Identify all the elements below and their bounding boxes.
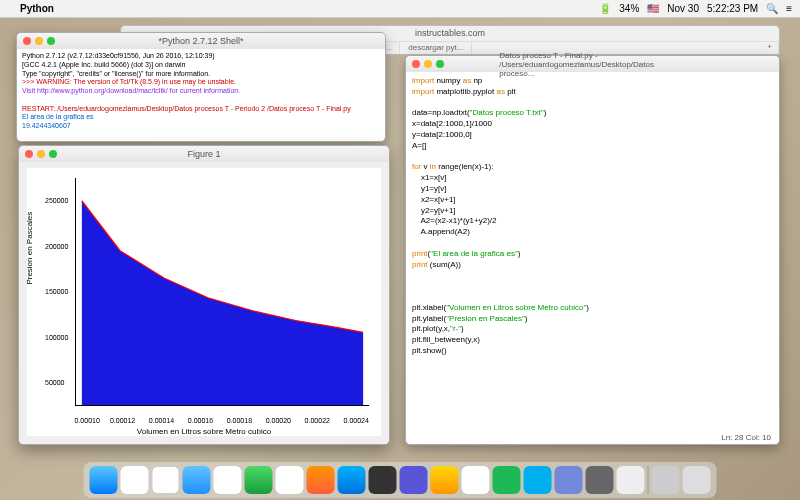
python-icon[interactable] (431, 466, 459, 494)
minimize-icon[interactable] (35, 37, 43, 45)
y-axis-label: Presion en Pascales (25, 212, 34, 285)
dock (84, 462, 717, 498)
trash-icon[interactable] (683, 466, 711, 494)
app-icon[interactable] (462, 466, 490, 494)
shell-output[interactable]: Python 2.7.12 (v2.7.12:d33e0cf91556, Jun… (17, 49, 385, 134)
time-label: 5:22:23 PM (707, 3, 758, 14)
close-icon[interactable] (412, 60, 420, 68)
safari-icon[interactable] (183, 466, 211, 494)
axes (75, 178, 369, 406)
editor-window: Datos proceso T - Final.py - /Users/edua… (405, 55, 780, 445)
new-tab-button[interactable]: + (761, 42, 779, 54)
app-icon[interactable] (121, 466, 149, 494)
finder-icon[interactable] (90, 466, 118, 494)
window-title: Figure 1 (187, 149, 220, 159)
date-label: Nov 30 (667, 3, 699, 14)
tab[interactable]: descargar pyt... (400, 42, 472, 54)
minimize-icon[interactable] (37, 150, 45, 158)
matplotlib-figure-window: Figure 1 Presion en Pascales Volumen en … (18, 145, 390, 445)
macos-menubar: Python 🔋 34% 🇺🇸 Nov 30 5:22:23 PM 🔍 ≡ (0, 0, 800, 18)
zoom-icon[interactable] (49, 150, 57, 158)
spotlight-icon[interactable]: 🔍 (766, 3, 778, 14)
app-icon[interactable] (400, 466, 428, 494)
close-icon[interactable] (25, 150, 33, 158)
zoom-icon[interactable] (436, 60, 444, 68)
app-icon[interactable] (555, 466, 583, 494)
skype-icon[interactable] (524, 466, 552, 494)
spotify-icon[interactable] (493, 466, 521, 494)
window-title: Datos proceso T - Final.py - /Users/edua… (499, 51, 686, 78)
messages-icon[interactable] (245, 466, 273, 494)
plot-canvas[interactable]: Presion en Pascales Volumen en Litros so… (27, 168, 381, 436)
close-icon[interactable] (23, 37, 31, 45)
flag-icon[interactable]: 🇺🇸 (647, 3, 659, 14)
url-field[interactable]: instructables.com (415, 28, 485, 38)
minimize-icon[interactable] (424, 60, 432, 68)
dock-divider (648, 466, 649, 494)
battery-icon[interactable]: 🔋 (599, 3, 611, 14)
svg-marker-0 (82, 201, 363, 405)
app-icon[interactable] (617, 466, 645, 494)
settings-icon[interactable] (586, 466, 614, 494)
menu-icon[interactable]: ≡ (786, 3, 792, 14)
appstore-icon[interactable] (338, 466, 366, 494)
python-shell-window: *Python 2.7.12 Shell* Python 2.7.12 (v2.… (16, 32, 386, 142)
app-icon[interactable] (214, 466, 242, 494)
zoom-icon[interactable] (47, 37, 55, 45)
battery-pct: 34% (619, 3, 639, 14)
area-fill (76, 178, 369, 405)
app-icon[interactable] (369, 466, 397, 494)
status-bar: Ln: 28 Col: 10 (719, 431, 773, 444)
downloads-icon[interactable] (652, 466, 680, 494)
app-icon[interactable] (276, 466, 304, 494)
x-axis-label: Volumen en Litros sobre Metro cubico (137, 427, 271, 436)
app-menu[interactable]: Python (20, 3, 54, 14)
window-title: *Python 2.7.12 Shell* (158, 36, 243, 46)
code-editor[interactable]: import numpy as np import matplotlib.pyp… (406, 72, 779, 361)
app-icon[interactable] (307, 466, 335, 494)
app-icon[interactable] (152, 466, 180, 494)
